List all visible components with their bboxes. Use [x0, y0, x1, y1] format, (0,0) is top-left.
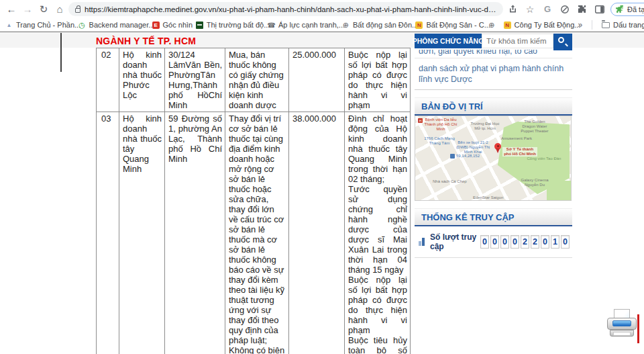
- visit-counter-label: Số lượt truy cập: [430, 232, 480, 251]
- bookmark-star-icon[interactable]: ☆: [522, 1, 538, 17]
- counter-digit: 0: [541, 235, 549, 249]
- map-label: The Golden Dragon Water Puppet Theater: [517, 120, 552, 134]
- table-row: 02 Hộ kinh doanh nhà thuốc Phước Lộc 30/…: [97, 48, 411, 112]
- cell-measures: Đình chỉ hoạt động của Hộ kinh doanh nhà…: [345, 112, 411, 354]
- extensions-puzzle-icon[interactable]: [574, 1, 590, 17]
- stats-section-header: THỐNG KÊ TRUY CẬP: [415, 208, 572, 226]
- map-pin-icon[interactable]: [494, 143, 501, 150]
- cell-address: 59 Đường số 1, phường An Lạc, Thành phố …: [165, 112, 225, 354]
- map-label: 59,14,28,152: [456, 154, 480, 159]
- map-label: EdenStar Saigon: [473, 195, 503, 200]
- print-button[interactable]: [606, 309, 638, 340]
- tab-phong-chuc-nang[interactable]: PHÒNG CHỨC NĂNG: [415, 34, 482, 48]
- counter-digit: 0: [490, 235, 499, 249]
- map-label: 1766 Cách Mạng Tháng Tám: [422, 136, 457, 146]
- bookmark-item[interactable]: N Công Ty Bất Động...: [504, 21, 569, 29]
- toolbar: ← → ↻ ⌂ https://kiemtraphapche.medinet.g…: [0, 0, 644, 18]
- violations-table: 02 Hộ kinh doanh nhà thuốc Phước Lộc 30/…: [96, 48, 411, 354]
- bookmark-item[interactable]: ⊕: [488, 21, 494, 29]
- map-label: Sở Y Tế thành phố Hồ Chí Minh: [502, 147, 537, 157]
- bookmarks-divider: [592, 20, 592, 30]
- map-label: Galaxy Cinema Nguyễn Du: [517, 178, 552, 187]
- paused-label: Đã tạm dừng: [627, 5, 644, 13]
- table-row: 03 Hộ kinh doanh nhà thuốc tây Quang Min…: [97, 112, 411, 354]
- hospital-marker-icon: H: [418, 118, 423, 123]
- counter-digit: 0: [561, 235, 570, 249]
- dino-icon: [615, 5, 624, 13]
- scrolled-header-edge: [60, 33, 62, 72]
- cell-stt: 02: [97, 48, 119, 112]
- bookmarks-overflow-chevron[interactable]: »: [578, 20, 582, 30]
- back-icon[interactable]: ←: [4, 2, 19, 17]
- bookmark-item[interactable]: ◷ Backend manager...: [78, 21, 143, 29]
- bookmark-item[interactable]: Thị trường bất độ...: [196, 21, 258, 29]
- green-box-favicon-icon: [196, 21, 203, 29]
- lock-icon: [75, 8, 80, 13]
- url-text: https://kiemtraphapche.medinet.gov.vn/xu…: [85, 5, 496, 13]
- counter-digit: 0: [480, 235, 489, 249]
- page-title: NGÀNH Y TẾ TP. HCM: [96, 36, 196, 46]
- folder-icon: [602, 22, 610, 28]
- phone-favicon-icon: ☎: [268, 21, 275, 29]
- globe-favicon-icon: ⊕: [342, 21, 350, 29]
- counter-digit: 0: [511, 235, 519, 249]
- home-icon[interactable]: ⌂: [52, 2, 67, 17]
- pen-extension-icon[interactable]: [557, 1, 573, 17]
- bookmark-item[interactable]: ⊕ Bất động sản Đôn...: [342, 21, 406, 29]
- search-button[interactable]: [553, 34, 572, 50]
- function-menu: đơn, giải quyết khiếu nại, tố cáo danh s…: [415, 50, 572, 90]
- menu-item-danh-sach-xu-phat[interactable]: danh sách xử phạt vi phạm hành chính lĩn…: [415, 58, 572, 89]
- visit-counter-panel: Số lượt truy cập 0 0 0 0 2 2 0 1 0: [415, 226, 572, 258]
- bookmark-item[interactable]: N Bất Động Sản - C...: [415, 21, 478, 29]
- page-content: NGÀNH Y TẾ TP. HCM 02 Hộ kinh doanh nhà …: [0, 32, 644, 354]
- url-bar[interactable]: https://kiemtraphapche.medinet.gov.vn/xu…: [68, 2, 503, 16]
- cell-stt: 03: [97, 112, 119, 354]
- bookmark-item[interactable]: ▲ Trang Chủ - Phần...: [5, 21, 69, 29]
- red-marker-line: [637, 314, 639, 343]
- share-icon[interactable]: [504, 1, 521, 17]
- globe-favicon-icon: ⊕: [488, 21, 495, 29]
- visit-counter-digits: 0 0 0 0 2 2 0 1 0: [480, 235, 570, 249]
- other-bookmarks-folder[interactable]: Dấu trang: [602, 21, 639, 29]
- bus-stop-icon: [450, 154, 455, 159]
- cell-violation: Mua, bán thuốc không có giấy chứng nhận …: [225, 48, 289, 112]
- bookmarks-bar: ▲ Trang Chủ - Phần... ◷ Backend manager.…: [0, 18, 644, 32]
- paused-button[interactable]: Đã tạm dừng: [610, 3, 644, 16]
- chart-bars-icon: [419, 238, 426, 246]
- menu-item-clipped[interactable]: đơn, giải quyết khiếu nại, tố cáo: [415, 50, 572, 58]
- cell-name: Hộ kinh doanh nhà thuốc Phước Lộc: [119, 48, 165, 112]
- right-sidebar: PHÒNG CHỨC NĂNG đơn, giải quyết khiếu nạ…: [415, 34, 572, 258]
- side-panel-icon[interactable]: [592, 1, 608, 17]
- map-label: Trường Đại Học Mở tp. Hcm: [468, 122, 502, 131]
- printer-output: [613, 332, 631, 336]
- location-map[interactable]: H Bệnh viện Da liễu Thành phố Hồ Chí Min…: [415, 116, 572, 201]
- counter-digit: 0: [500, 235, 509, 249]
- counter-digit: 1: [551, 235, 559, 249]
- red-e-favicon-icon: E: [152, 21, 160, 29]
- screenshot-root: ← → ↻ ⌂ https://kiemtraphapche.medinet.g…: [0, 0, 644, 354]
- map-label: Công viên Tao Đàn: [527, 157, 561, 161]
- clock-favicon-icon: ◷: [78, 21, 86, 29]
- cell-name: Hộ kinh doanh nhà thuốc tây Quang Minh: [119, 112, 165, 354]
- counter-digit: 2: [531, 235, 539, 249]
- counter-digit: 2: [521, 235, 529, 249]
- map-section-header: BẢN ĐỒ VỊ TRÍ: [415, 97, 572, 116]
- reload-icon[interactable]: ↻: [36, 2, 51, 17]
- bookmark-item[interactable]: ☎ Áp lực cạnh tranh,...: [268, 21, 333, 29]
- cell-violation: Thay đổi vị trí cơ sở bán lẻ thuốc tại c…: [225, 112, 289, 354]
- search-icon: [558, 37, 564, 43]
- yellow-n-favicon-icon: N: [415, 21, 423, 29]
- yellow-n-favicon-icon: N: [504, 21, 511, 29]
- map-label: Amusement Park: [501, 136, 532, 141]
- forward-icon[interactable]: →: [20, 2, 35, 17]
- search-input[interactable]: [482, 34, 553, 48]
- bookmark-item[interactable]: E Góc nhìn: [152, 21, 186, 29]
- map-label: Bến xe buýt 21-2 (DWB) Nguyễn Thị Minh K…: [455, 140, 490, 154]
- map-label: Bệnh viện Da liễu Thành phố Hồ Chí Minh: [423, 118, 458, 132]
- cell-fine: 38.000.000: [289, 112, 345, 354]
- cell-address: 30/124 LâmVăn Bền, PhườngTân Hưng,Thành …: [165, 48, 225, 112]
- google-account-icon[interactable]: G: [539, 1, 555, 17]
- cell-measures: Buộc nộp lại số lợi bất hợp pháp có được…: [345, 48, 411, 112]
- triangle-favicon-icon: ▲: [5, 21, 13, 29]
- printer-screen: [612, 320, 631, 326]
